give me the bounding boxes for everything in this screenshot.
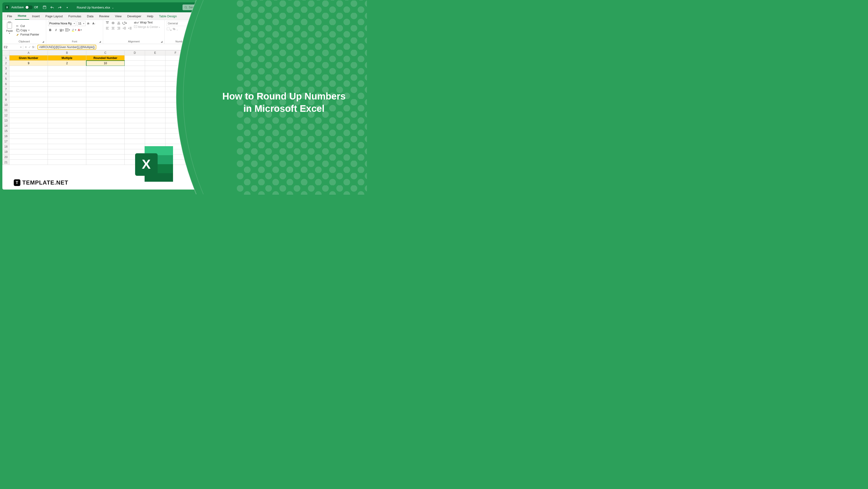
cell[interactable] <box>145 139 165 144</box>
cell[interactable] <box>165 97 186 102</box>
cell[interactable] <box>165 56 186 61</box>
cell[interactable] <box>125 97 145 102</box>
col-header-A[interactable]: A <box>9 50 48 56</box>
cell[interactable] <box>186 56 193 61</box>
cell[interactable] <box>145 102 165 107</box>
cell[interactable] <box>165 82 186 87</box>
cell[interactable] <box>145 97 165 102</box>
cell[interactable] <box>86 134 125 139</box>
cell[interactable] <box>9 97 48 102</box>
cell[interactable]: Multiple <box>48 56 86 61</box>
cell[interactable] <box>186 160 193 165</box>
cell[interactable] <box>145 107 165 113</box>
orientation-button[interactable]: ⭯▾ <box>122 21 127 25</box>
cell[interactable] <box>86 113 125 118</box>
cell[interactable] <box>145 118 165 123</box>
row-header[interactable]: 11 <box>2 107 9 113</box>
cell[interactable] <box>125 102 145 107</box>
cell[interactable] <box>186 66 193 71</box>
cell[interactable] <box>48 92 86 97</box>
cell[interactable] <box>186 134 193 139</box>
cell[interactable] <box>125 107 145 113</box>
cell[interactable] <box>186 82 193 87</box>
row-header[interactable]: 1 <box>2 56 9 61</box>
search-input[interactable] <box>189 6 211 9</box>
align-center-button[interactable] <box>111 26 116 30</box>
cell[interactable] <box>165 61 186 66</box>
row-header[interactable]: 4 <box>2 71 9 76</box>
increase-indent-button[interactable] <box>128 26 132 30</box>
col-header-G[interactable]: G <box>186 50 193 56</box>
cell[interactable] <box>48 144 86 149</box>
cell[interactable] <box>186 118 193 123</box>
row-header[interactable]: 12 <box>2 113 9 118</box>
cell[interactable] <box>9 139 48 144</box>
cell[interactable] <box>165 123 186 128</box>
cell[interactable] <box>86 155 125 160</box>
col-header-B[interactable]: B <box>48 50 86 56</box>
cell[interactable] <box>48 118 86 123</box>
cell[interactable] <box>186 102 193 107</box>
cell[interactable] <box>186 139 193 144</box>
cell[interactable] <box>9 123 48 128</box>
cell[interactable] <box>125 123 145 128</box>
cell[interactable] <box>86 144 125 149</box>
cell[interactable] <box>125 92 145 97</box>
cell[interactable] <box>9 128 48 134</box>
cell[interactable] <box>125 61 145 66</box>
tab-insert[interactable]: Insert <box>29 13 43 20</box>
grow-font-button[interactable]: A↑ <box>87 21 91 26</box>
row-header[interactable]: 10 <box>2 102 9 107</box>
autosave-toggle[interactable]: AutoSave Off <box>11 5 38 9</box>
cell[interactable] <box>165 71 186 76</box>
row-header[interactable]: 9 <box>2 97 9 102</box>
cell[interactable] <box>48 97 86 102</box>
format-painter-button[interactable]: Format Painter <box>16 33 39 36</box>
cell[interactable] <box>9 92 48 97</box>
cell[interactable] <box>48 71 86 76</box>
cell[interactable] <box>145 56 165 61</box>
row-header[interactable]: 13 <box>2 118 9 123</box>
col-header-D[interactable]: D <box>125 50 145 56</box>
align-middle-button[interactable] <box>111 21 116 25</box>
cell[interactable] <box>9 66 48 71</box>
cell[interactable] <box>9 107 48 113</box>
cell[interactable] <box>48 82 86 87</box>
cell[interactable]: Given Number <box>9 56 48 61</box>
comma-button[interactable]: , <box>177 28 178 32</box>
cell[interactable] <box>165 92 186 97</box>
cell[interactable] <box>145 76 165 82</box>
cell[interactable] <box>86 102 125 107</box>
cell[interactable] <box>9 118 48 123</box>
tab-file[interactable]: File <box>4 13 15 20</box>
qat-customize-icon[interactable]: ▾ <box>65 5 70 10</box>
cell[interactable] <box>186 61 193 66</box>
cell[interactable] <box>86 160 125 165</box>
tab-home[interactable]: Home <box>15 12 29 20</box>
cell[interactable] <box>125 56 145 61</box>
cell[interactable] <box>9 87 48 92</box>
cell[interactable] <box>125 134 145 139</box>
col-header-E[interactable]: E <box>145 50 165 56</box>
row-header[interactable]: 6 <box>2 82 9 87</box>
cell[interactable] <box>86 92 125 97</box>
cell[interactable] <box>48 113 86 118</box>
cell[interactable] <box>86 123 125 128</box>
tab-data[interactable]: Data <box>84 13 96 20</box>
bold-button[interactable]: B <box>48 28 52 32</box>
cell[interactable] <box>186 113 193 118</box>
cell[interactable] <box>125 113 145 118</box>
cell[interactable] <box>165 76 186 82</box>
copy-button[interactable]: Copy▾ <box>16 29 39 32</box>
cell[interactable] <box>186 144 193 149</box>
decrease-indent-button[interactable] <box>122 26 127 30</box>
cell[interactable] <box>125 139 145 144</box>
cell[interactable] <box>48 123 86 128</box>
cell[interactable] <box>145 92 165 97</box>
cell[interactable] <box>186 155 193 160</box>
row-header[interactable]: 16 <box>2 134 9 139</box>
name-box[interactable]: C2▾ <box>2 45 23 49</box>
cell[interactable] <box>145 134 165 139</box>
row-header[interactable]: 2 <box>2 61 9 66</box>
fx-icon[interactable]: fx <box>32 45 34 49</box>
